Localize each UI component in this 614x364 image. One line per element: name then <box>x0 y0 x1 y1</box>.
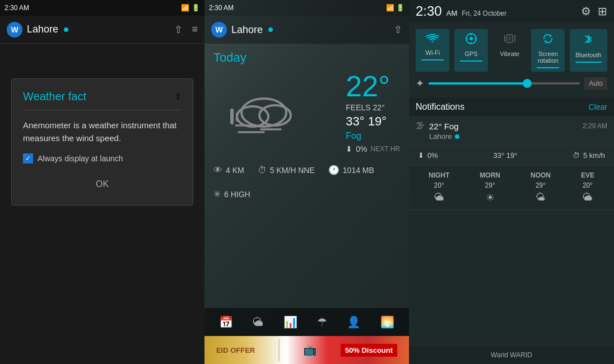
rotation-underline <box>537 67 559 68</box>
svg-rect-6 <box>230 109 234 124</box>
detail-temps: 33° 19° <box>493 151 517 160</box>
stat-wind: ⏱ 5 KM/H NNE <box>258 165 315 175</box>
tab-chart[interactable]: 📊 <box>279 311 302 333</box>
visibility-icon: 👁 <box>213 165 222 175</box>
high-low-temps: 33° 19° <box>346 114 400 129</box>
mid-battery-icon: 🔋 <box>396 4 404 12</box>
pressure-icon: 🕐 <box>328 165 339 175</box>
tab-weather[interactable]: 🌥 <box>248 311 268 333</box>
checkbox-label: Always display at launch <box>38 154 123 163</box>
uv-icon: ✳ <box>213 189 221 199</box>
menu-icon[interactable]: ≡ <box>192 24 198 36</box>
detail-wind: ⏱ 5 km/h <box>573 151 605 160</box>
share-icon[interactable]: ⇧ <box>174 24 183 36</box>
tile-bluetooth[interactable]: Bluetooth <box>570 29 607 72</box>
weather-main: 22° FEELS 22° 33° 19° Fog ⬇ 0% NEXT HR <box>204 65 409 160</box>
grid-icon[interactable]: ⊞ <box>598 4 607 18</box>
left-header-icons: ⇧ ≡ <box>174 24 198 36</box>
notifications-title: Notifications <box>416 102 464 112</box>
ad-content: EID OFFER 📺 50% Discount <box>204 336 409 364</box>
settings-icon[interactable]: ⚙ <box>581 4 591 18</box>
notification-item: 🌫 22° Fog 2:29 AM Lahore <box>409 116 614 146</box>
fog-cloud-icon <box>225 87 303 138</box>
wifi-label: Wi-Fi <box>426 49 440 56</box>
forecast-noon-temp: 29° <box>536 181 546 189</box>
weather-stats: 👁 4 KM ⏱ 5 KM/H NNE 🕐 1014 MB ✳ 6 HIGH <box>204 160 409 204</box>
mid-app-title: W Lahore <box>211 22 273 38</box>
stat-uv: ✳ 6 HIGH <box>213 189 250 199</box>
tile-rotation[interactable]: Screenrotation <box>531 29 565 72</box>
notifications-header: Notifications Clear <box>409 97 614 116</box>
quick-settings: Wi-Fi GPS <box>409 22 614 97</box>
app-header-left: W Lahore ⇧ ≡ <box>0 16 204 44</box>
precip-label: NEXT HR <box>371 145 400 153</box>
feels-like: FEELS 22° <box>346 103 400 112</box>
mid-w-logo: W <box>211 22 227 38</box>
dialog-title-row: Weather fact ⇧ <box>23 90 182 110</box>
middle-panel: 2:30 AM 📶 🔋 W Lahore ⇧ Today <box>204 0 409 364</box>
wind-detail-value: 5 km/h <box>583 151 605 160</box>
ad-divider <box>278 339 280 361</box>
dialog-share-icon[interactable]: ⇧ <box>174 91 182 102</box>
tile-gps[interactable]: GPS <box>454 29 488 72</box>
auto-brightness-label[interactable]: Auto <box>584 77 607 90</box>
wind-detail-icon: ⏱ <box>573 151 580 160</box>
ad-device-image: 📺 <box>303 343 317 357</box>
wind-value: 5 KM/H NNE <box>270 166 315 175</box>
forecast-night-temp: 20° <box>434 181 444 189</box>
bluetooth-icon <box>583 32 593 49</box>
ad-discount: 50% Discount <box>341 344 397 357</box>
weather-temp-area: 22° FEELS 22° 33° 19° Fog ⬇ 0% NEXT HR <box>346 72 400 153</box>
weather-detail-row: ⬇ 0% 33° 19° ⏱ 5 km/h <box>409 146 614 166</box>
forecast-morn-temp: 29° <box>485 181 495 189</box>
precip-detail-value: 0% <box>427 151 438 160</box>
bluetooth-label: Bluetooth <box>575 52 601 58</box>
fog-notif-icon: 🌫 <box>416 121 425 131</box>
wind-icon: ⏱ <box>258 165 267 175</box>
forecast-eve: EVE 20° 🌥 <box>581 171 594 204</box>
tab-person[interactable]: 👤 <box>342 311 365 333</box>
city-dot <box>64 27 68 32</box>
clock-bar: 2:30 AM Fri, 24 October ⚙ ⊞ <box>409 0 614 22</box>
visibility-value: 4 KM <box>226 166 244 175</box>
mid-status-icons: 📶 🔋 <box>386 4 404 12</box>
precip-detail-icon: ⬇ <box>418 151 424 160</box>
mid-signal-icon: 📶 <box>386 4 394 12</box>
today-label: Today <box>204 44 409 65</box>
left-panel: 2:30 AM 📶 🔋 W Lahore ⇧ ≡ Weather fact ⇧ … <box>0 0 204 364</box>
dialog-title: Weather fact <box>23 90 86 103</box>
precip-icon: ⬇ <box>346 144 352 153</box>
mid-city-name: Lahore <box>231 24 263 36</box>
checkbox-icon[interactable]: ✓ <box>23 153 33 164</box>
mid-city-dot <box>268 27 273 32</box>
carrier-text: Warid WARID <box>491 351 532 359</box>
forecast-eve-label: EVE <box>581 171 594 179</box>
status-bar-mid: 2:30 AM 📶 🔋 <box>204 0 409 16</box>
mid-time: 2:30 AM <box>209 4 234 12</box>
tile-wifi[interactable]: Wi-Fi <box>416 29 449 72</box>
forecast-noon: NOON 29° 🌤 <box>531 171 551 204</box>
tab-sunrise[interactable]: 🌅 <box>376 311 399 333</box>
forecast-eve-icon: 🌥 <box>583 192 593 203</box>
forecast-noon-icon: 🌤 <box>536 192 546 203</box>
notif-city: Lahore <box>429 132 452 141</box>
tile-vibrate[interactable]: Vibrate <box>493 29 527 72</box>
left-city-name: Lahore <box>27 24 58 35</box>
tab-calendar[interactable]: 📅 <box>215 311 238 333</box>
vibrate-icon <box>504 32 516 48</box>
notif-row1: 🌫 22° Fog 2:29 AM <box>416 121 607 131</box>
signal-icon: 📶 <box>181 4 189 12</box>
clear-button[interactable]: Clear <box>589 102 607 111</box>
left-status-icons: 📶 🔋 <box>181 4 200 12</box>
svg-marker-19 <box>544 40 546 43</box>
uv-value: 6 HIGH <box>224 190 250 199</box>
dialog-checkbox-row[interactable]: ✓ Always display at launch <box>23 153 182 164</box>
clock-area: 2:30 AM Fri, 24 October <box>416 3 506 19</box>
ok-button[interactable]: OK <box>82 175 122 194</box>
tab-rain[interactable]: ☂ <box>313 311 332 333</box>
brightness-slider[interactable] <box>429 82 580 85</box>
brightness-icon: ✦ <box>416 77 424 90</box>
mid-share-icon[interactable]: ⇧ <box>394 24 402 36</box>
left-app-title: W Lahore <box>7 22 68 38</box>
ad-banner: EID OFFER 📺 50% Discount <box>204 336 409 364</box>
